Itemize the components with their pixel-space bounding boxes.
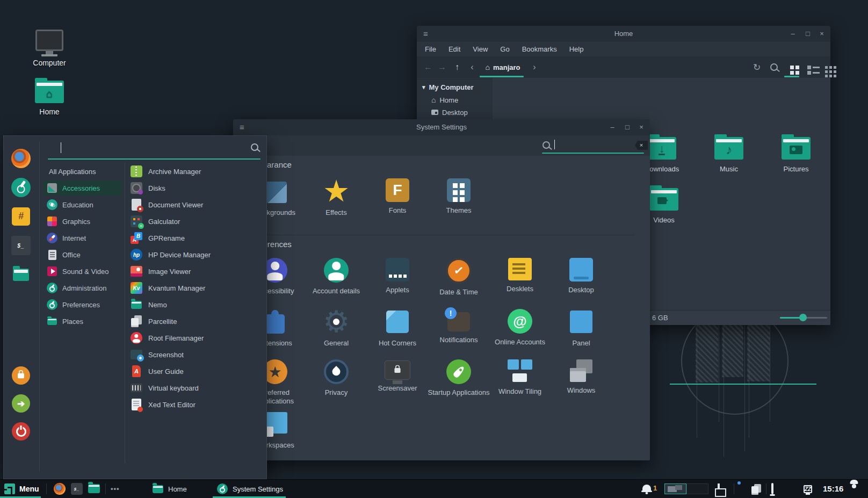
app-xed-text-editor[interactable]: Xed Text Editor [131, 397, 267, 412]
workspace-1[interactable] [664, 483, 686, 494]
settings-item-panel[interactable]: Panel [550, 309, 612, 348]
menu-help[interactable]: Help [569, 45, 584, 53]
category-education[interactable]: Education [44, 197, 121, 212]
settings-item-effects[interactable]: Effects [305, 178, 367, 217]
back-icon[interactable]: ← [421, 56, 435, 78]
inhibit-applet[interactable] [804, 483, 812, 493]
favorite-terminal[interactable] [11, 236, 31, 255]
settings-item-themes[interactable]: Themes [428, 178, 490, 215]
settings-item-account-details[interactable]: Account details [305, 258, 367, 295]
search-icon[interactable] [767, 56, 781, 78]
breadcrumb-prev-icon[interactable]: ‹ [467, 56, 477, 78]
settings-item-desklets[interactable]: Desklets [489, 258, 551, 293]
category-preferences[interactable]: Preferences [44, 297, 121, 312]
clipboard-tray-icon[interactable] [751, 484, 762, 495]
clock[interactable]: 15:16 [823, 484, 843, 493]
shutdown-button[interactable] [11, 422, 31, 441]
settings-item-fonts[interactable]: Fonts [366, 178, 429, 215]
app-gprename[interactable]: GPRename [131, 230, 267, 246]
refresh-icon[interactable]: ↻ [750, 56, 764, 78]
menu-bookmarks[interactable]: Bookmarks [522, 45, 557, 53]
workspace-switcher[interactable] [664, 483, 708, 494]
minimize-button[interactable]: – [786, 26, 799, 42]
category-all-applications[interactable]: All Applications [44, 164, 121, 179]
app-kvantum-manager[interactable]: Kvantum Manager [131, 280, 267, 295]
app-hp-device-manager[interactable]: HP Device Manager [131, 247, 267, 262]
desktop-icon-computer[interactable]: Computer [28, 30, 71, 67]
breadcrumb-next-icon[interactable]: › [530, 56, 539, 78]
settings-item-applets[interactable]: Applets [366, 258, 429, 294]
menu-file[interactable]: File [425, 45, 436, 53]
clear-search-icon[interactable]: × [635, 141, 648, 150]
desktop-icon-home[interactable]: ⌂ Home [28, 81, 71, 116]
app-root-filemanager[interactable]: Root Filemanager [131, 330, 267, 345]
file-manager-titlebar[interactable]: ≡ Home – □ × [417, 26, 830, 42]
app-nemo[interactable]: Nemo [131, 297, 267, 312]
app-archive-manager[interactable]: Archive Manager [131, 164, 267, 179]
display-applet[interactable] [771, 484, 773, 494]
settings-item-startup-applications[interactable]: Startup Applications [428, 359, 490, 397]
zoom-slider-knob[interactable] [799, 314, 807, 321]
app-disks[interactable]: Disks [131, 181, 267, 196]
launcher-files[interactable] [88, 484, 100, 493]
logout-button[interactable] [11, 394, 31, 413]
app-galculator[interactable]: Galculator [131, 214, 267, 229]
up-icon[interactable]: ↑ [450, 56, 464, 78]
window-list-applet[interactable] [718, 485, 720, 494]
settings-item-screensaver[interactable]: Screensaver [366, 359, 429, 393]
category-administration[interactable]: Administration [44, 280, 121, 295]
settings-item-hot-corners[interactable]: Hot Corners [366, 309, 429, 348]
menu-edit[interactable]: Edit [449, 45, 460, 53]
app-screenshot[interactable]: Screenshot [131, 347, 267, 362]
settings-item-date-time[interactable]: Date & Time [428, 258, 490, 297]
menu-go[interactable]: Go [500, 45, 509, 53]
forward-icon[interactable]: → [435, 56, 449, 78]
category-internet[interactable]: Internet [44, 230, 121, 246]
favorite-chat[interactable] [11, 207, 31, 226]
grid-view-icon[interactable] [784, 56, 799, 78]
favorite-file-manager[interactable] [11, 265, 31, 284]
app-user-guide[interactable]: User Guide [131, 364, 267, 379]
app-virtual-keyboard[interactable]: Virtual keyboard [131, 380, 267, 395]
breadcrumb[interactable]: ⌂ manjaro [480, 56, 526, 78]
window-button-system-settings[interactable]: System Settings [213, 480, 287, 498]
app-document-viewer[interactable]: Document Viewer [131, 197, 267, 212]
minimize-button[interactable]: – [606, 119, 619, 135]
sidebar-item-desktop[interactable]: Desktop [417, 106, 493, 118]
app-parcellite[interactable]: Parcellite [131, 314, 267, 329]
menu-search-input[interactable] [50, 140, 262, 156]
app-image-viewer[interactable]: Image Viewer [131, 264, 267, 279]
settings-item-general[interactable]: General [305, 309, 367, 348]
launcher-terminal[interactable] [71, 483, 84, 495]
window-button-home[interactable]: Home [148, 480, 191, 498]
sidebar-item-home[interactable]: ⌂ Home [417, 94, 493, 106]
settings-item-desktop[interactable]: Desktop [550, 258, 612, 294]
settings-search-input[interactable] [542, 140, 634, 150]
maximize-button[interactable]: □ [621, 119, 634, 135]
category-places[interactable]: Places [44, 314, 121, 329]
launcher-firefox[interactable] [54, 483, 67, 495]
favorite-system-settings[interactable] [11, 178, 31, 197]
category-office[interactable]: Office [44, 247, 121, 262]
expander-icon[interactable]: ▾ [422, 84, 425, 91]
list-view-icon[interactable] [801, 56, 816, 78]
close-button[interactable]: × [635, 119, 648, 135]
category-accessories[interactable]: Accessories [44, 181, 121, 196]
settings-item-privacy[interactable]: Privacy [305, 359, 367, 397]
settings-item-notifications[interactable]: Notifications [428, 309, 490, 344]
settings-item-online-accounts[interactable]: Online Accounts [489, 309, 551, 347]
favorite-firefox[interactable] [11, 149, 31, 168]
folder-item-music[interactable]: ♪ Music [698, 137, 760, 173]
category-sound-video[interactable]: Sound & Video [44, 264, 121, 279]
compact-view-icon[interactable] [819, 56, 834, 78]
menu-button[interactable]: Menu [4, 480, 39, 498]
folder-item-pictures[interactable]: Pictures [765, 137, 827, 173]
menu-view[interactable]: View [473, 45, 488, 53]
settings-item-windows[interactable]: Windows [550, 359, 612, 395]
settings-item-window-tiling[interactable]: Window Tiling [489, 359, 551, 396]
category-graphics[interactable]: Graphics [44, 214, 121, 229]
panel-launchers-expander[interactable]: ••• [111, 485, 120, 493]
sidebar-my-computer[interactable]: ▾ My Computer [417, 81, 493, 93]
notifications-applet[interactable]: 1 [642, 484, 657, 492]
lock-screen-button[interactable] [11, 366, 31, 385]
